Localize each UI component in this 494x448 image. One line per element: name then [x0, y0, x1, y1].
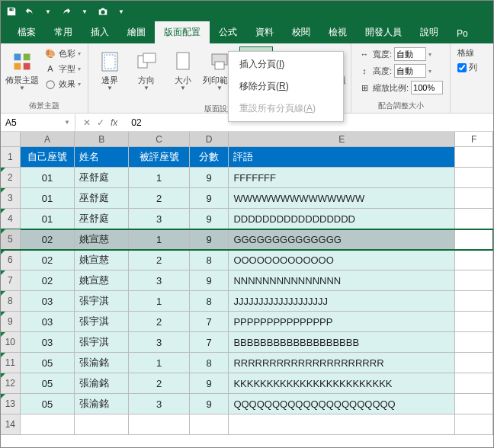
header-cell[interactable]: 自己座號	[21, 147, 75, 167]
cell[interactable]: JJJJJJJJJJJJJJJJJJJ	[229, 291, 455, 311]
cell[interactable]: 03	[21, 291, 75, 311]
row-header-9[interactable]: 9	[1, 312, 21, 331]
cell[interactable]: FFFFFFF	[229, 168, 455, 187]
row-header-1[interactable]: 1	[1, 147, 21, 167]
tab-view[interactable]: 檢視	[319, 21, 356, 43]
cell[interactable]: 05	[21, 394, 75, 414]
row-header-11[interactable]: 11	[1, 353, 21, 373]
cell[interactable]: WWWWWWWWWWWWWW	[229, 188, 455, 208]
cell[interactable]	[455, 229, 493, 249]
cell[interactable]: 張渝銘	[75, 353, 129, 373]
cell[interactable]	[229, 414, 455, 434]
enter-icon[interactable]: ✓	[97, 117, 104, 128]
fx-icon[interactable]: fx	[111, 117, 117, 128]
header-cell[interactable]: 分數	[190, 147, 229, 167]
cell[interactable]: 9	[190, 394, 229, 414]
cell[interactable]: 1	[129, 291, 189, 311]
scale-pct-row[interactable]: ⊞縮放比例:	[356, 80, 445, 95]
cell[interactable]	[455, 168, 493, 187]
orientation-button[interactable]: 方向▼	[130, 46, 163, 91]
cell[interactable]: 9	[190, 168, 229, 187]
cell[interactable]: RRRRRRRRRRRRRRRRRRRRR	[229, 353, 455, 373]
cell[interactable]: 巫舒庭	[75, 168, 129, 187]
header-cell[interactable]: 姓名	[75, 147, 129, 167]
header-cell[interactable]: 評語	[229, 147, 455, 167]
cell[interactable]: 姚宣慈	[75, 250, 129, 270]
scale-width-row[interactable]: ↔寬度:▾	[356, 46, 445, 62]
cell[interactable]: 3	[129, 394, 189, 414]
header-cell[interactable]: 被評座號	[129, 147, 189, 167]
row-header-5[interactable]: 5	[1, 229, 21, 249]
cell[interactable]: 張渝銘	[75, 394, 129, 414]
cell[interactable]: 3	[129, 209, 189, 229]
cell[interactable]: 張宇淇	[75, 332, 129, 352]
cell[interactable]	[455, 332, 493, 352]
cell[interactable]: DDDDDDDDDDDDDDDDD	[229, 209, 455, 229]
cell[interactable]: PPPPPPPPPPPPPPP	[229, 312, 455, 331]
cell[interactable]: 張宇淇	[75, 291, 129, 311]
cell[interactable]: 01	[21, 209, 75, 229]
cell[interactable]: GGGGGGGGGGGGGG	[229, 229, 455, 249]
row-header-3[interactable]: 3	[1, 188, 21, 208]
camera-icon[interactable]	[97, 5, 109, 18]
cell[interactable]: 9	[190, 229, 229, 249]
colors-button[interactable]: 🎨色彩▾	[42, 46, 83, 60]
cell[interactable]	[455, 147, 493, 167]
tab-developer[interactable]: 開發人員	[356, 21, 411, 43]
cell[interactable]: 9	[190, 373, 229, 393]
scale-height-row[interactable]: ↕高度:▾	[356, 63, 445, 78]
tab-home[interactable]: 常用	[45, 21, 82, 43]
cell[interactable]: 1	[129, 353, 189, 373]
save-icon[interactable]	[5, 5, 18, 18]
row-header-14[interactable]: 14	[1, 414, 21, 434]
select-all-corner[interactable]	[1, 132, 21, 146]
cell[interactable]: 9	[190, 270, 229, 290]
cell[interactable]: 9	[190, 188, 229, 208]
col-header-c[interactable]: C	[129, 132, 189, 146]
cell[interactable]	[455, 291, 493, 311]
cell[interactable]: 7	[190, 312, 229, 331]
scale-pct-input[interactable]	[411, 81, 443, 94]
cell[interactable]	[455, 270, 493, 290]
scale-height-input[interactable]	[394, 64, 426, 78]
cell[interactable]: NNNNNNNNNNNNNNN	[229, 270, 455, 290]
cell[interactable]: 巫舒庭	[75, 188, 129, 208]
col-header-b[interactable]: B	[75, 132, 129, 146]
cell[interactable]	[455, 188, 493, 208]
cell[interactable]	[455, 414, 493, 434]
cell[interactable]: 01	[21, 168, 75, 187]
tab-review[interactable]: 校閱	[283, 21, 319, 43]
tab-file[interactable]: 檔案	[8, 21, 45, 43]
cell[interactable]: 3	[129, 332, 189, 352]
cell[interactable]: BBBBBBBBBBBBBBBBBBB	[229, 332, 455, 352]
cell[interactable]	[455, 250, 493, 270]
col-header-e[interactable]: E	[229, 132, 455, 146]
cell[interactable]: 張宇淇	[75, 312, 129, 331]
cell[interactable]	[455, 209, 493, 229]
tab-draw[interactable]: 繪圖	[118, 21, 155, 43]
cell[interactable]	[129, 414, 189, 434]
cell[interactable]: 05	[21, 353, 75, 373]
row-header-13[interactable]: 13	[1, 394, 21, 414]
scale-width-input[interactable]	[394, 47, 426, 61]
cancel-icon[interactable]: ✕	[83, 117, 91, 128]
cell[interactable]: 巫舒庭	[75, 209, 129, 229]
cell[interactable]: 01	[21, 188, 75, 208]
cell[interactable]: KKKKKKKKKKKKKKKKKKKKKKKK	[229, 373, 455, 393]
row-header-12[interactable]: 12	[1, 373, 21, 393]
cell[interactable]: 9	[190, 209, 229, 229]
tab-more[interactable]: Po	[447, 24, 477, 43]
effects-button[interactable]: ◯效果▾	[42, 77, 83, 91]
cell[interactable]	[455, 312, 493, 331]
cell[interactable]: 2	[129, 250, 189, 270]
cell[interactable]: 1	[129, 229, 189, 249]
gridlines-checkbox[interactable]	[457, 63, 467, 72]
col-header-a[interactable]: A	[21, 132, 75, 146]
fonts-button[interactable]: A字型▾	[42, 62, 83, 75]
col-header-d[interactable]: D	[190, 132, 229, 146]
cell[interactable]: 02	[21, 250, 75, 270]
size-button[interactable]: 大小▼	[166, 46, 200, 91]
cell[interactable]: 02	[21, 229, 75, 249]
gridlines-view[interactable]: 列	[455, 61, 480, 74]
cell[interactable]: QQQQQQQQQQQQQQQQQQQQQ	[229, 394, 455, 414]
